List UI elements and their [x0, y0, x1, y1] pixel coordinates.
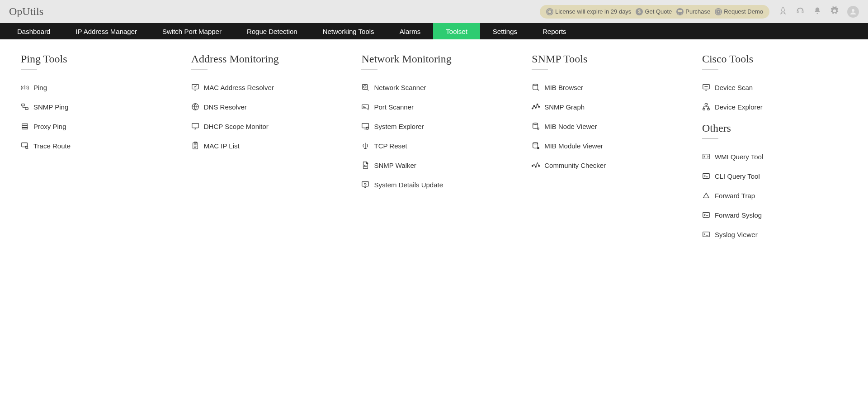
tool-system-details-update[interactable]: System Details Update	[361, 181, 523, 189]
tool-syslog-viewer[interactable]: Syslog Viewer	[702, 230, 847, 238]
svg-point-29	[538, 128, 539, 130]
svg-point-32	[532, 165, 533, 166]
svg-rect-38	[708, 109, 710, 110]
tool-cli-query[interactable]: CLI Query Tool	[702, 172, 847, 180]
tool-network-scanner[interactable]: Network Scanner	[361, 83, 523, 91]
license-text: License will expire in 29 days	[555, 8, 631, 15]
tool-snmp-ping[interactable]: SNMP Ping	[21, 103, 182, 111]
rocket-icon[interactable]	[778, 6, 788, 17]
license-expiry[interactable]: License will expire in 29 days	[546, 8, 631, 15]
svg-rect-37	[703, 109, 705, 110]
bell-icon[interactable]	[813, 6, 822, 17]
nav-reports[interactable]: Reports	[530, 23, 579, 39]
underline	[702, 69, 718, 70]
svg-point-31	[538, 147, 539, 149]
address-list: MAC Address Resolver DNS Resolver DHCP S…	[191, 83, 353, 150]
col-address: Address Monitoring MAC Address Resolver …	[191, 53, 353, 250]
tool-label: SNMP Walker	[374, 162, 416, 169]
tool-ping[interactable]: Ping	[21, 83, 182, 91]
tool-community-checker[interactable]: Community Checker	[532, 161, 693, 169]
nav-settings[interactable]: Settings	[480, 23, 530, 39]
user-avatar[interactable]	[847, 6, 859, 18]
tool-dhcp-scope[interactable]: DHCP Scope Monitor	[191, 122, 353, 130]
svg-point-24	[533, 105, 535, 107]
tool-label: CLI Query Tool	[715, 172, 760, 180]
tool-label: Port Scanner	[374, 103, 414, 111]
tool-label: Ping	[33, 84, 47, 91]
tool-port-scanner[interactable]: Port Scanner	[361, 103, 523, 111]
clipboard-icon	[191, 142, 199, 150]
tool-system-explorer[interactable]: System Explorer	[361, 122, 523, 130]
monitor-icon	[191, 122, 199, 130]
cart-icon	[676, 8, 684, 15]
tool-snmp-graph[interactable]: SNMP Graph	[532, 103, 693, 111]
monitor-gear-icon	[361, 122, 369, 130]
svg-point-20	[366, 127, 368, 129]
tool-label: SNMP Ping	[33, 103, 68, 111]
tool-forward-syslog[interactable]: Forward Syslog	[702, 211, 847, 219]
tool-label: DHCP Scope Monitor	[204, 123, 269, 130]
others-title: Others	[702, 122, 847, 134]
nav-spm[interactable]: Switch Port Mapper	[150, 23, 234, 39]
badge-icon	[546, 8, 553, 15]
tool-mib-node-viewer[interactable]: MIB Node Viewer	[532, 122, 693, 130]
purchase-link[interactable]: Purchase	[676, 8, 710, 15]
tool-mac-resolver[interactable]: MAC Address Resolver	[191, 83, 353, 91]
nav-dashboard[interactable]: Dashboard	[5, 23, 63, 39]
tool-device-explorer[interactable]: Device Explorer	[702, 103, 847, 111]
triangle-icon	[702, 191, 710, 200]
tool-wmi-query[interactable]: WMI Query Tool	[702, 152, 847, 161]
svg-rect-13	[192, 124, 198, 128]
tool-proxy-ping[interactable]: Proxy Ping	[21, 122, 182, 130]
request-demo-link[interactable]: Request Demo	[715, 8, 763, 15]
tool-trace-route[interactable]: Trace Route	[21, 142, 182, 150]
tool-label: System Details Update	[374, 181, 443, 189]
top-bar: OpUtils License will expire in 29 days $…	[0, 0, 868, 23]
col-network: Network Monitoring Network Scanner Port …	[361, 53, 523, 250]
svg-rect-4	[22, 104, 24, 106]
headset-icon[interactable]	[796, 6, 805, 17]
tool-label: SNMP Graph	[544, 103, 585, 111]
nav-ipam[interactable]: IP Address Manager	[63, 23, 150, 39]
svg-point-17	[364, 86, 366, 88]
tool-device-scan[interactable]: Device Scan	[702, 83, 847, 91]
svg-point-3	[852, 9, 854, 12]
tool-snmp-walker[interactable]: SNMP Walker	[361, 161, 523, 169]
scan-icon	[361, 83, 369, 91]
underline	[532, 69, 548, 70]
svg-point-26	[537, 104, 538, 105]
database-module-icon	[532, 142, 540, 150]
license-pill: License will expire in 29 days $ Get Quo…	[540, 5, 769, 19]
nav-nettools[interactable]: Networking Tools	[310, 23, 387, 39]
tool-label: TCP Reset	[374, 142, 407, 150]
tool-dns-resolver[interactable]: DNS Resolver	[191, 103, 353, 111]
tool-mib-module-viewer[interactable]: MIB Module Viewer	[532, 142, 693, 150]
file-icon	[361, 161, 369, 169]
monitor-scan-icon	[702, 83, 710, 91]
tool-tcp-reset[interactable]: TCP Reset	[361, 142, 523, 150]
nav-toolset[interactable]: Toolset	[433, 23, 480, 39]
tool-mib-browser[interactable]: MIB Browser	[532, 83, 693, 91]
database-search-icon	[532, 83, 540, 91]
ping-title: Ping Tools	[21, 53, 182, 65]
nav-rogue[interactable]: Rogue Detection	[234, 23, 310, 39]
underline	[702, 138, 718, 139]
monitor-refresh-icon	[361, 181, 369, 189]
svg-point-1	[548, 10, 551, 13]
nav-alarms[interactable]: Alarms	[387, 23, 434, 39]
gear-icon[interactable]	[830, 6, 839, 17]
svg-rect-6	[22, 124, 28, 126]
nav-bar: Dashboard IP Address Manager Switch Port…	[0, 23, 868, 39]
svg-rect-16	[363, 85, 368, 90]
tool-forward-trap[interactable]: Forward Trap	[702, 191, 847, 200]
tool-label: Forward Trap	[715, 192, 755, 200]
tool-label: Forward Syslog	[715, 211, 762, 219]
svg-point-33	[535, 166, 537, 167]
tool-mac-ip-list[interactable]: MAC IP List	[191, 142, 353, 150]
cisco-title: Cisco Tools	[702, 53, 847, 65]
ping-list: Ping SNMP Ping Proxy Ping Trace Route	[21, 83, 182, 150]
get-quote-link[interactable]: $ Get Quote	[636, 8, 672, 15]
svg-point-22	[533, 84, 538, 86]
snmp-list: MIB Browser SNMP Graph MIB Node Viewer M…	[532, 83, 693, 169]
top-icons	[778, 6, 859, 18]
